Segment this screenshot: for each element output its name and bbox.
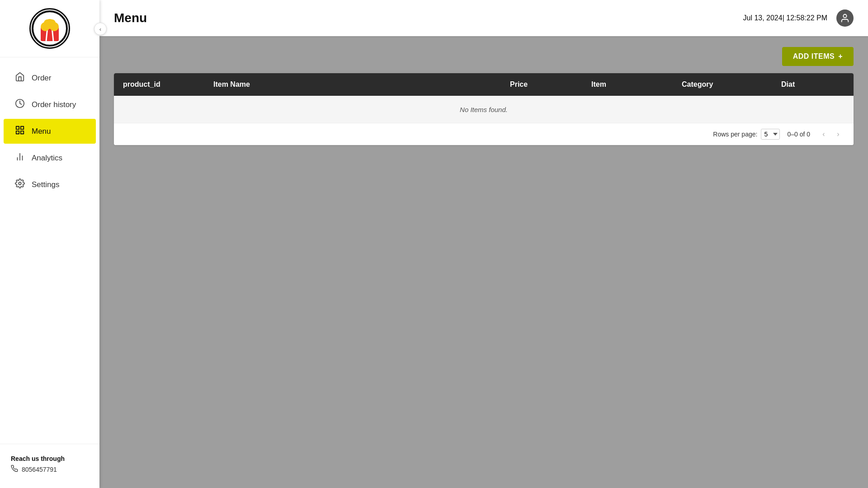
th-item: Item [582, 73, 673, 96]
phone-number: 8056457791 [22, 466, 57, 473]
analytics-icon [14, 152, 25, 164]
sidebar-item-order-label: Order [32, 74, 51, 83]
add-items-button[interactable]: ADD ITEMS + [782, 47, 854, 66]
th-item-name: Item Name [204, 73, 501, 96]
table-body: No Items found. [114, 96, 854, 123]
menu-table: product_id Item Name Price Item Category… [114, 73, 854, 145]
logo [29, 8, 70, 49]
svg-point-8 [48, 19, 56, 27]
table-footer: Rows per page: 5 10 25 0–0 of 0 ‹ › [114, 123, 854, 145]
content-area: ADD ITEMS + product_id Item Name Price I… [99, 36, 868, 488]
page-title: Menu [114, 11, 147, 25]
topbar-right: Jul 13, 2024| 12:58:22 PM [743, 9, 854, 27]
add-items-label: ADD ITEMS [793, 52, 835, 61]
settings-icon [14, 178, 25, 191]
menu-icon [14, 125, 25, 137]
th-product-id: product_id [114, 73, 204, 96]
svg-rect-12 [21, 127, 24, 129]
th-price: Price [501, 73, 582, 96]
datetime: Jul 13, 2024| 12:58:22 PM [743, 14, 827, 22]
sidebar-item-order-history-label: Order history [32, 100, 76, 109]
next-page-button[interactable]: › [832, 128, 844, 141]
prev-icon: ‹ [822, 130, 825, 138]
pagination-buttons: ‹ › [817, 128, 844, 141]
sidebar-item-menu-label: Menu [32, 127, 51, 136]
table-header: product_id Item Name Price Item Category… [114, 73, 854, 96]
logo-area [0, 0, 99, 57]
rows-per-page-select[interactable]: 5 10 25 [761, 129, 780, 140]
phone-icon [11, 465, 18, 474]
sidebar-item-order[interactable]: Order [4, 66, 96, 90]
svg-point-19 [843, 14, 846, 18]
toolbar: ADD ITEMS + [114, 47, 854, 66]
th-diat: Diat [772, 73, 854, 96]
th-category: Category [673, 73, 772, 96]
rows-per-page-label: Rows per page: [713, 131, 757, 138]
home-icon [14, 72, 25, 84]
svg-rect-14 [16, 131, 19, 134]
sidebar-item-analytics[interactable]: Analytics [4, 145, 96, 170]
topbar: Menu Jul 13, 2024| 12:58:22 PM [99, 0, 868, 36]
sidebar: Order Order history Menu Analytics Setti… [0, 0, 99, 488]
sidebar-item-settings-label: Settings [32, 180, 59, 189]
collapse-icon: ‹ [99, 26, 101, 33]
next-icon: › [837, 130, 839, 138]
add-items-plus-icon: + [838, 52, 843, 61]
sidebar-item-menu[interactable]: Menu [4, 119, 96, 144]
sidebar-collapse-button[interactable]: ‹ [94, 23, 107, 35]
pagination-info: 0–0 of 0 [787, 131, 810, 138]
prev-page-button[interactable]: ‹ [817, 128, 830, 141]
reach-us-label: Reach us through [11, 455, 89, 462]
svg-rect-11 [16, 127, 19, 129]
history-icon [14, 99, 25, 111]
sidebar-item-settings[interactable]: Settings [4, 172, 96, 197]
no-items-message: No Items found. [460, 106, 508, 113]
svg-point-18 [19, 182, 21, 185]
user-avatar[interactable] [836, 9, 854, 27]
main-area: Menu Jul 13, 2024| 12:58:22 PM ADD ITEMS… [99, 0, 868, 488]
sidebar-item-order-history[interactable]: Order history [4, 92, 96, 117]
svg-rect-13 [21, 131, 24, 134]
rows-per-page: Rows per page: 5 10 25 [713, 129, 780, 140]
sidebar-item-analytics-label: Analytics [32, 154, 62, 163]
nav-items: Order Order history Menu Analytics Setti… [0, 57, 99, 444]
sidebar-footer: Reach us through 8056457791 [0, 444, 99, 488]
